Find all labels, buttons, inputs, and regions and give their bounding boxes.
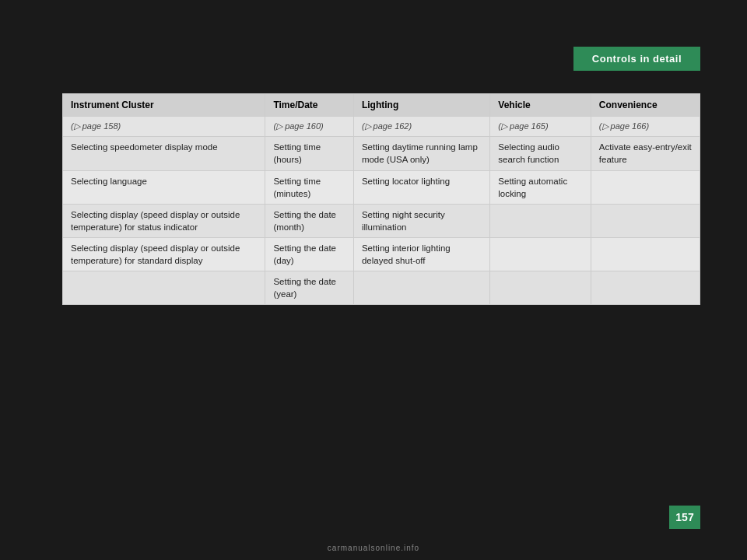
lighting-row3: Setting night security illumination (353, 204, 489, 237)
col-header-instrument: Instrument Cluster (63, 94, 265, 117)
vehicle-row1: Selecting audio search function (490, 137, 591, 170)
col-header-convenience: Convenience (591, 94, 700, 117)
col-header-vehicle: Vehicle (490, 94, 591, 117)
features-table: Instrument Cluster Time/Date Lighting Ve… (62, 93, 700, 305)
convenience-row1: Activate easy-entry/exit feature (591, 137, 700, 170)
lighting-row5 (353, 271, 489, 305)
page-number: 157 (669, 506, 700, 529)
timedate-row3: Setting the date (month) (265, 204, 353, 237)
instrument-row5 (63, 271, 265, 305)
timedate-row5: Setting the date (year) (265, 271, 353, 305)
convenience-row4 (591, 237, 700, 271)
lighting-row4: Setting interior lighting delayed shut-o… (353, 237, 489, 271)
subheader-row: (▷ page 158) (▷ page 160) (▷ page 162) (… (63, 117, 700, 137)
table-row: Selecting language Setting time (minutes… (63, 170, 700, 204)
watermark: carmanualsonline.info (328, 544, 419, 552)
subheader-timedate: (▷ page 160) (265, 117, 353, 137)
table-row: Setting the date (year) (63, 271, 700, 305)
lighting-row2: Setting locator lighting (353, 170, 489, 204)
instrument-row3: Selecting display (speed display or outs… (63, 204, 265, 237)
lighting-row1: Setting daytime running lamp mode (USA o… (353, 137, 489, 170)
section-title: Controls in detail (592, 53, 682, 65)
subheader-vehicle: (▷ page 165) (490, 117, 591, 137)
instrument-row2: Selecting language (63, 170, 265, 204)
subheader-lighting: (▷ page 162) (353, 117, 489, 137)
timedate-row1: Setting time (hours) (265, 137, 353, 170)
main-content-area: Instrument Cluster Time/Date Lighting Ve… (62, 93, 700, 305)
timedate-row2: Setting time (minutes) (265, 170, 353, 204)
vehicle-row3 (490, 204, 591, 237)
convenience-row5 (591, 271, 700, 305)
col-header-timedate: Time/Date (265, 94, 353, 117)
table-row: Selecting display (speed display or outs… (63, 204, 700, 237)
vehicle-row5 (490, 271, 591, 305)
instrument-row4: Selecting display (speed display or outs… (63, 237, 265, 271)
convenience-row3 (591, 204, 700, 237)
section-header: Controls in detail (573, 47, 700, 71)
col-header-lighting: Lighting (353, 94, 489, 117)
subheader-convenience: (▷ page 166) (591, 117, 700, 137)
vehicle-row2: Setting automatic locking (490, 170, 591, 204)
instrument-row1: Selecting speedometer display mode (63, 137, 265, 170)
table-row: Selecting display (speed display or outs… (63, 237, 700, 271)
timedate-row4: Setting the date (day) (265, 237, 353, 271)
convenience-row2 (591, 170, 700, 204)
vehicle-row4 (490, 237, 591, 271)
table-row: Selecting speedometer display mode Setti… (63, 137, 700, 170)
subheader-instrument: (▷ page 158) (63, 117, 265, 137)
